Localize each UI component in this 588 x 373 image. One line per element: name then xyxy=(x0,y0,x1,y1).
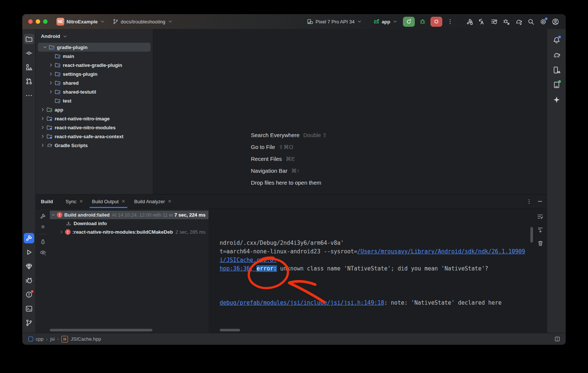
notifications-bell-icon[interactable] xyxy=(551,35,562,45)
tree-item-main[interactable]: main xyxy=(36,52,153,61)
ndk-path-link[interactable]: /Users/mrousavy/Library/Android/sdk/ndk/… xyxy=(357,248,525,255)
branch-widget[interactable]: docs/troubleshooting xyxy=(110,17,175,26)
commit-icon[interactable] xyxy=(24,48,34,58)
shortcut-keys: ⇧⌘O xyxy=(279,144,293,150)
vertical-scrollbar[interactable] xyxy=(530,227,533,243)
chevron-right-icon[interactable] xyxy=(39,107,46,112)
tree-item-test[interactable]: test xyxy=(36,96,153,105)
stop-button[interactable] xyxy=(430,17,442,27)
horizontal-scrollbar[interactable] xyxy=(50,329,152,331)
build-result-row[interactable]: ! Build android: failed At 14.10.24, 12:… xyxy=(50,211,209,219)
running-devices-icon[interactable] xyxy=(551,80,562,90)
breadcrumb-item[interactable]: jsi xyxy=(50,336,55,342)
pin-tab-icon[interactable] xyxy=(38,237,48,247)
tree-item-shared-testutil[interactable]: shared-testutil xyxy=(36,87,153,96)
debug-button[interactable] xyxy=(418,17,427,26)
chevron-down-icon[interactable] xyxy=(42,45,48,50)
chevron-right-icon[interactable] xyxy=(48,71,54,77)
more-actions-icon[interactable] xyxy=(445,17,455,26)
rerun-button[interactable] xyxy=(403,17,415,27)
titlebar: NE NitroExample docs/troubleshooting Pix… xyxy=(22,14,566,29)
tab-build-analyzer[interactable]: Build Analyzer ✕ xyxy=(130,195,176,208)
more-horizontal-icon[interactable] xyxy=(24,90,34,101)
app-insights-gem-icon[interactable] xyxy=(24,261,34,272)
hide-panel-icon[interactable] xyxy=(537,198,543,204)
red-notification-dot xyxy=(31,290,33,293)
fullscreen-window-button[interactable] xyxy=(43,19,48,24)
tree-item-app[interactable]: app xyxy=(36,105,153,114)
tree-item-react-native-nitro-modules[interactable]: react-native-nitro-modules xyxy=(36,123,153,132)
profiler-icon[interactable] xyxy=(489,17,499,27)
attach-debugger-icon[interactable] xyxy=(501,17,511,27)
tree-item-Gradle Scripts[interactable]: Gradle Scripts xyxy=(36,141,153,150)
chevron-right-icon[interactable] xyxy=(48,89,54,94)
chevron-down-icon xyxy=(392,19,398,24)
chevron-right-icon[interactable] xyxy=(39,116,46,121)
run-play-icon[interactable] xyxy=(24,247,34,257)
chevron-right-icon[interactable] xyxy=(48,62,54,68)
resource-manager-icon[interactable] xyxy=(24,62,34,72)
gradle-sync-icon[interactable] xyxy=(514,17,524,27)
jsi-header-link[interactable]: debug/prefab/modules/jsi/include/jsi/jsi… xyxy=(220,299,384,306)
editor-empty-hints: Search EverywhereDouble ⇧Go to File⇧⌘ORe… xyxy=(251,132,327,186)
close-tab-icon[interactable]: ✕ xyxy=(168,199,171,204)
tree-item-shared[interactable]: shared xyxy=(36,78,153,87)
settings-gear-icon[interactable] xyxy=(538,17,548,27)
chevron-right-icon[interactable] xyxy=(58,230,65,234)
failed-task-row[interactable]: ! :react-native-nitro-modules:buildCMake… xyxy=(50,228,209,236)
tree-item-gradle-plugin[interactable]: gradle-plugin xyxy=(38,43,151,52)
chevron-right-icon[interactable] xyxy=(48,80,54,85)
problems-icon[interactable] xyxy=(24,289,34,300)
panel-options-icon[interactable] xyxy=(526,199,532,204)
run-config-selector[interactable]: app xyxy=(371,17,400,26)
breadcrumb-item[interactable]: JSICache.hpp xyxy=(71,336,101,342)
gemini-sparkle-icon[interactable] xyxy=(551,94,562,105)
restart-build-icon[interactable] xyxy=(38,211,48,221)
device-selector[interactable]: Pixel 7 Pro API 34 xyxy=(305,17,364,26)
error-location-link[interactable]: hpp:36:36: xyxy=(220,265,256,272)
tab-build-output[interactable]: Build Output ✕ xyxy=(87,195,130,208)
close-tab-icon[interactable]: ✕ xyxy=(122,199,125,204)
console-line: t=aarch64-none-linux-android23 --sysroot… xyxy=(220,247,534,256)
build-project-icon[interactable] xyxy=(465,17,475,27)
scroll-to-end-icon[interactable] xyxy=(536,226,545,234)
close-tab-icon[interactable]: ✕ xyxy=(79,199,83,204)
chevron-right-icon[interactable] xyxy=(39,125,46,130)
download-info-row[interactable]: Download info xyxy=(50,219,209,228)
version-control-icon[interactable] xyxy=(24,318,34,328)
tree-item-react-native-nitro-image[interactable]: react-native-nitro-image xyxy=(36,114,153,123)
terminal-icon[interactable] xyxy=(24,304,34,314)
breadcrumb-item[interactable]: cpp xyxy=(36,336,43,342)
minimize-window-button[interactable] xyxy=(36,19,40,24)
apply-changes-icon[interactable] xyxy=(477,17,487,27)
jsicache-link[interactable]: i/JSICache.cpp:8: xyxy=(220,257,277,263)
tree-item-settings-plugin[interactable]: settings-plugin xyxy=(36,69,153,78)
build-meta: At 14.10.24, 12:00 with 11 er xyxy=(112,212,173,218)
horizontal-scrollbar[interactable] xyxy=(220,329,240,331)
device-manager-icon[interactable] xyxy=(551,65,562,75)
chevron-right-icon[interactable] xyxy=(39,134,46,139)
shortcut-action: Navigation Bar xyxy=(251,168,287,174)
logcat-cat-icon[interactable] xyxy=(24,275,34,286)
view-options-icon[interactable] xyxy=(38,247,48,257)
stop-build-icon[interactable] xyxy=(38,222,48,231)
project-view-header[interactable]: Android xyxy=(36,29,153,43)
pull-requests-icon[interactable] xyxy=(24,76,34,87)
project-widget[interactable]: NE NitroExample xyxy=(54,16,107,27)
close-window-button[interactable] xyxy=(28,19,33,24)
tab-sync[interactable]: Sync ✕ xyxy=(61,195,88,208)
gradle-elephant-icon[interactable] xyxy=(551,50,562,60)
chevron-down-icon[interactable] xyxy=(50,213,56,217)
tree-item-react-native-safe-area-context[interactable]: react-native-safe-area-context xyxy=(36,132,153,141)
notifications-tool-icon[interactable] xyxy=(554,336,560,342)
chevron-right-icon[interactable] xyxy=(39,143,46,148)
account-avatar-icon[interactable] xyxy=(550,17,560,27)
tree-item-react-native-gradle-plugin[interactable]: react-native-gradle-plugin xyxy=(36,61,153,69)
main-area: Android gradle-pluginmainreact-native-gr… xyxy=(22,29,566,333)
project-folder-icon[interactable] xyxy=(24,34,34,44)
search-everywhere-icon[interactable] xyxy=(526,17,536,27)
soft-wrap-icon[interactable] xyxy=(536,212,545,221)
build-output-tree: ! Build android: failed At 14.10.24, 12:… xyxy=(50,208,209,333)
build-hammer-icon[interactable] xyxy=(24,233,34,243)
clear-all-icon[interactable] xyxy=(536,239,545,248)
